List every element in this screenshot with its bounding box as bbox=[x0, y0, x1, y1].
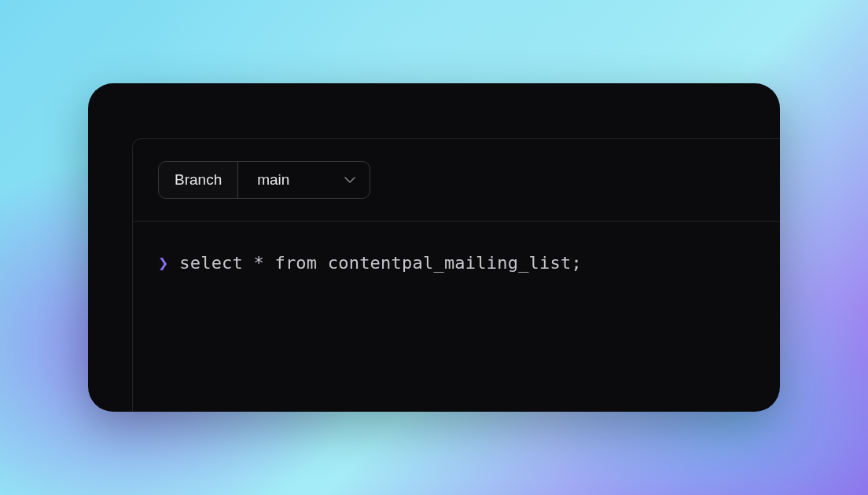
branch-value: main bbox=[257, 171, 289, 189]
prompt-symbol: ❯ bbox=[158, 253, 168, 273]
chevron-down-icon bbox=[344, 174, 355, 185]
terminal-body: ❯ select * from contentpal_mailing_list; bbox=[133, 222, 780, 304]
toolbar: Branch main bbox=[133, 139, 780, 222]
branch-label: Branch bbox=[159, 162, 238, 198]
branch-dropdown[interactable]: main bbox=[238, 162, 370, 198]
prompt-line[interactable]: ❯ select * from contentpal_mailing_list; bbox=[158, 253, 755, 273]
branch-selector: Branch main bbox=[158, 161, 370, 199]
inner-panel: Branch main ❯ select * from contentpal_m… bbox=[132, 138, 780, 412]
terminal-window: Branch main ❯ select * from contentpal_m… bbox=[88, 83, 780, 412]
sql-query-text: select * from contentpal_mailing_list; bbox=[179, 253, 582, 273]
branch-label-text: Branch bbox=[175, 171, 222, 188]
